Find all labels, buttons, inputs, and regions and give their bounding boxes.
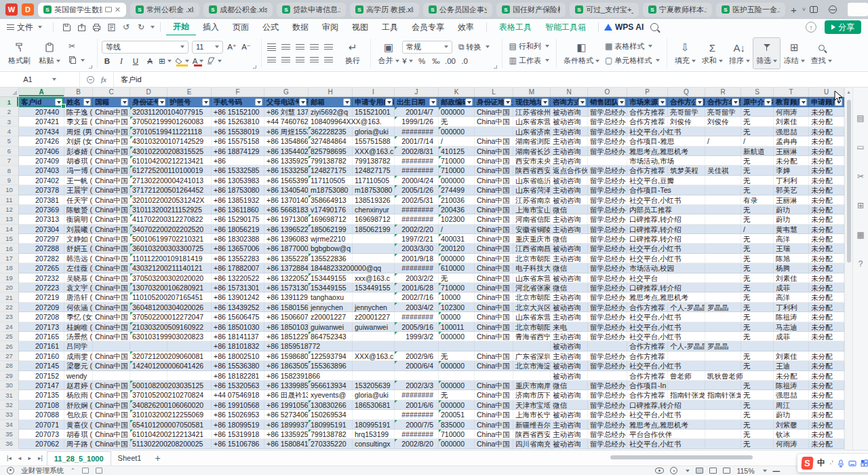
cell-C16[interactable]: China中国 [93,244,130,253]
cell-P35[interactable]: 平台合作伙伴 [627,430,668,439]
cell-N2[interactable]: 被动咨询 [551,107,588,117]
cell-O29[interactable] [588,371,627,381]
cell-D35[interactable]: 610104200212213421 [130,430,167,439]
cell-B20[interactable]: 袁文宇 (女) [64,283,93,292]
cell-G35[interactable]: +86 1335925706 [264,430,309,439]
cell-A34[interactable]: 207071 [19,420,64,430]
cell-A8[interactable]: 207403 [19,166,64,175]
cell-C25[interactable]: China中国 [93,332,130,341]
cell-M7[interactable]: 西安市未央 [513,156,551,166]
cell-A19[interactable]: 207232 [19,273,64,283]
cell-N31[interactable]: 被动咨询 [551,390,588,400]
cell-Q30[interactable] [668,381,705,390]
cell-A10[interactable]: 207378 [19,185,64,195]
cell-P15[interactable]: 口碑推荐,转介绍 [627,234,668,244]
cell-B3[interactable]: 季文茹 (女) [64,117,93,126]
cell-N5[interactable]: 主动咨询 [551,136,588,146]
cell-M11[interactable]: 江苏省南京 [513,195,551,205]
cell-A4[interactable]: 207434 [19,127,64,136]
cell-P27[interactable]: 合作方推荐 [627,352,668,361]
document-tab[interactable]: S高学历 教授.xlsx [350,3,419,17]
share-button[interactable]: 分享 [825,20,861,34]
docer-logo[interactable]: D [22,3,34,16]
cell-M5[interactable]: 湖南省浏阳 [513,136,551,146]
cell-O36[interactable]: 留学总经办 [588,439,627,449]
last-sheet-icon[interactable]: ▸| [35,455,45,461]
cell-T36[interactable]: 何雨涛 [774,439,809,449]
filter-dropdown-icon[interactable] [732,98,739,106]
cell-O16[interactable]: 留学总经办 [588,244,627,253]
cell-T14[interactable]: 黄韦慧 [774,225,809,234]
status-tool-icon-1[interactable] [82,468,89,474]
cell-R36[interactable] [705,439,741,449]
zoom-out-button[interactable]: — [773,467,781,475]
italic-button[interactable]: I [116,56,127,66]
justify-icon[interactable] [309,54,319,65]
cell-U8[interactable]: 未分配 [809,166,844,175]
column-header-S[interactable]: S [741,88,774,96]
cell-F28[interactable]: +86 15536380 [212,361,264,370]
cell-G30[interactable]: +86 1339985047 [264,381,309,390]
cell-T31[interactable]: 强思喆 [774,390,809,400]
cell-B28[interactable]: 梁馨元 (女) [64,361,93,370]
cell-F19[interactable]: +86 13220522 [212,273,264,283]
cell-O3[interactable]: 留学总经办 [588,117,627,126]
cell-H12[interactable]: v17490176 [309,205,353,214]
cell-C33[interactable]: China中国 [93,410,130,419]
cell-U5[interactable]: 未分配 [809,136,844,146]
cell-A18[interactable]: 207265 [19,263,64,273]
header-cell-H[interactable]: 邮箱 [309,97,353,107]
cell-H36[interactable]: 270335220 [309,439,353,449]
row-header-18[interactable]: 18 [0,263,19,273]
output-icon[interactable] [76,22,87,33]
cell-R32[interactable] [705,400,741,410]
filter-dropdown-icon[interactable] [121,98,128,106]
globe-icon[interactable] [829,5,837,14]
cell-A30[interactable]: 207147 [19,381,64,390]
cell-J7[interactable]: ######## [395,156,439,166]
row-header-28[interactable]: 28 [0,361,19,370]
cell-H2[interactable]: ziyi5692@q [309,107,353,117]
cell-M28[interactable]: 北京市海淀 [513,361,551,370]
cell-R8[interactable]: 吴佳祺 [705,166,741,175]
cell-N17[interactable]: 主动咨询 [551,254,588,263]
cell-M21[interactable]: 北京市朝阳 [513,292,551,302]
cell-C21[interactable]: China中国 [93,292,130,302]
cell-N16[interactable]: 被动咨询 [551,244,588,253]
cell-Q10[interactable] [668,185,705,195]
cell-U27[interactable]: 未分配 [809,352,844,361]
menu-tab-开始[interactable]: 开始 [166,19,196,36]
cell-S8[interactable]: 无 [741,166,774,175]
cell-M35[interactable]: 陕西省西安 [513,430,551,439]
cell-P28[interactable]: 社交平台,小红书 [627,361,668,370]
sheet-tab-11_28_5_1000[interactable]: 11_28_5_1000 [47,451,111,466]
cell-F16[interactable]: +86 13657006 [212,244,264,253]
menu-tab-视图[interactable]: 视图 [345,20,375,35]
cell-F35[interactable]: +86 15319918 [212,430,264,439]
cell-S3[interactable]: 无 [741,117,774,126]
new-document-button[interactable]: + [789,4,798,16]
cell-G17[interactable]: +86 1355228369 [264,254,309,263]
bold-button[interactable]: B [102,56,113,66]
document-tab[interactable]: S英国留学生数据✕ [38,3,126,17]
cell-N19[interactable]: 被动咨询 [551,273,588,283]
cell-J26[interactable] [395,341,439,351]
cell-U16[interactable]: 未分配 [809,244,844,253]
cell-D20[interactable]: 130703200106280921 [130,283,167,292]
cell-G32[interactable]: +86 1991056818 [264,400,309,410]
cell-R33[interactable] [705,410,741,419]
cell-D23[interactable]: 370502200012272047 [130,312,167,322]
cell-B30[interactable]: 赵君婷 (女) [64,381,93,390]
cell-C10[interactable]: China中国 [93,185,130,195]
cell-B31[interactable]: 杨欣雨 (女) [64,390,93,400]
cell-B35[interactable]: 胡春琪 (女) [64,430,93,439]
menu-tab-公式[interactable]: 公式 [256,20,285,35]
cell-K23[interactable]: 00000 [439,312,475,322]
microphone-icon[interactable] [837,459,844,468]
cell-A17[interactable]: 207282 [19,254,64,263]
cell-I20[interactable]: 153449155 [353,283,395,292]
cell-B7[interactable]: 胡睿琪 (女) [64,156,93,166]
cell-O20[interactable]: 留学总经办 [588,283,627,292]
cell-R13[interactable] [705,214,741,224]
document-tab[interactable]: S医护五险一金.xlsx [716,3,785,17]
